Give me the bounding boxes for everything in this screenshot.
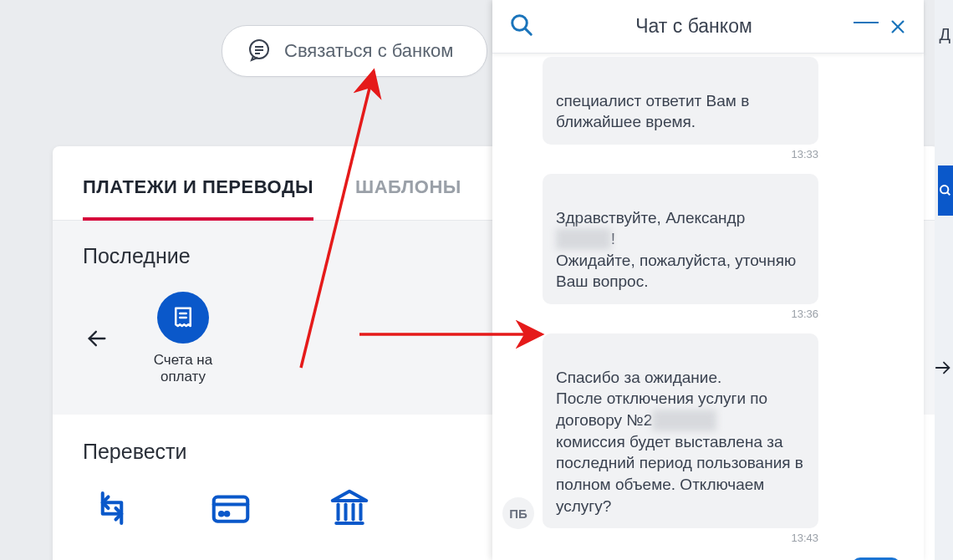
- message-time: 13:33: [543, 148, 818, 160]
- message-bubble: специалист ответит Вам в ближайшее время…: [543, 57, 818, 145]
- tab-templates[interactable]: ШАБЛОНЫ: [355, 176, 461, 220]
- right-edge-sliver: [935, 0, 953, 560]
- svg-point-17: [940, 186, 948, 193]
- chat-panel: Чат с банком — специалист ответит Вам в …: [492, 0, 924, 560]
- svg-rect-7: [214, 496, 248, 521]
- chat-messages: специалист ответит Вам в ближайшее время…: [492, 53, 924, 560]
- contact-bank-button[interactable]: Связаться с банком: [222, 25, 487, 77]
- chat-search-button[interactable]: [509, 13, 534, 41]
- svg-line-18: [947, 192, 950, 195]
- chat-message: Здравствуйте, Александр ████! Ожидайте, …: [543, 174, 905, 320]
- invoice-icon: [157, 292, 209, 344]
- chat-bubble-icon: [246, 38, 273, 64]
- tile-invoices[interactable]: Счета на оплату: [133, 292, 233, 386]
- redacted-text: 9████: [652, 410, 716, 431]
- transfer-bank-icon[interactable]: [327, 486, 372, 534]
- chat-close-button[interactable]: [889, 18, 907, 36]
- message-bubble: Спасибо за ожидание. После отключения ус…: [543, 333, 818, 528]
- svg-point-9: [220, 512, 223, 516]
- contact-bank-label: Связаться с банком: [284, 40, 453, 62]
- message-time: 13:43: [543, 532, 818, 544]
- redacted-text: ████: [556, 228, 611, 250]
- tab-payments[interactable]: ПЛАТЕЖИ И ПЕРЕВОДЫ: [83, 176, 313, 220]
- chat-title: Чат с банком: [544, 15, 843, 38]
- message-bubble: Здравствуйте, Александр ████! Ожидайте, …: [543, 174, 818, 304]
- recent-next-button-partial[interactable]: [935, 351, 953, 384]
- tile-invoices-label: Счета на оплату: [133, 352, 233, 386]
- chat-message: специалист ответит Вам в ближайшее время…: [543, 57, 905, 160]
- chat-header: Чат с банком —: [492, 0, 924, 53]
- transfer-card-icon[interactable]: [208, 486, 253, 534]
- svg-point-10: [226, 512, 229, 516]
- svg-marker-11: [333, 491, 367, 501]
- operator-avatar: ПБ: [502, 497, 534, 529]
- recent-prev-button[interactable]: [83, 324, 111, 353]
- chat-message: ПБ Спасибо за ожидание. После отключения…: [543, 333, 905, 544]
- right-search-button-partial[interactable]: [938, 165, 953, 216]
- chat-minimize-button[interactable]: —: [854, 7, 879, 47]
- right-partial-text: Д: [939, 25, 951, 44]
- transfer-between-accounts-icon[interactable]: [89, 486, 135, 534]
- message-time: 13:36: [543, 308, 818, 320]
- svg-line-21: [525, 28, 531, 34]
